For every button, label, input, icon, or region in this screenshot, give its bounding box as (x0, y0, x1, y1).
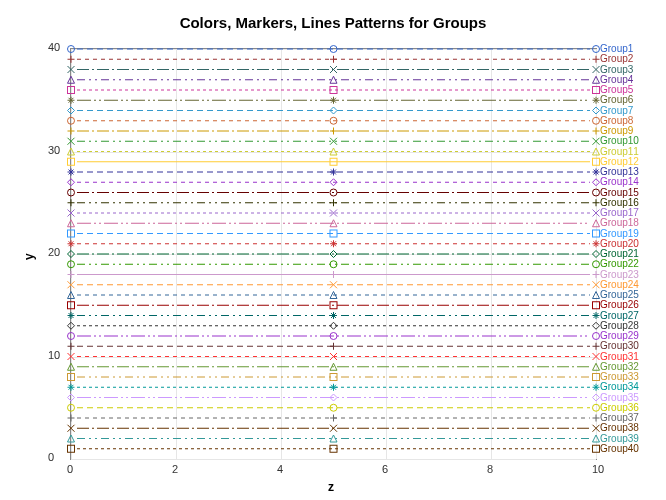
y-axis-label: y (22, 253, 36, 260)
y-tick-label: 20 (48, 246, 60, 258)
x-tick-label: 4 (277, 463, 283, 475)
x-tick-label: 6 (382, 463, 388, 475)
x-tick-label: 0 (67, 463, 73, 475)
x-grid-line (596, 49, 597, 459)
plot-area (70, 48, 597, 460)
chart-title: Colors, Markers, Lines Patterns for Grou… (0, 14, 666, 31)
y-tick-label: 10 (48, 349, 60, 361)
series-line (71, 49, 596, 459)
x-tick-label: 8 (487, 463, 493, 475)
x-tick-label: 2 (172, 463, 178, 475)
x-tick-label: 10 (592, 463, 604, 475)
y-tick-label: 30 (48, 144, 60, 156)
x-axis-label: z (328, 480, 334, 494)
y-tick-label: 0 (48, 451, 54, 463)
y-tick-label: 40 (48, 41, 60, 53)
y-grid-line (71, 459, 596, 460)
svg-rect-73 (68, 445, 75, 452)
legend-item: Group40 (600, 443, 639, 454)
chart-container: Colors, Markers, Lines Patterns for Grou… (0, 0, 666, 500)
